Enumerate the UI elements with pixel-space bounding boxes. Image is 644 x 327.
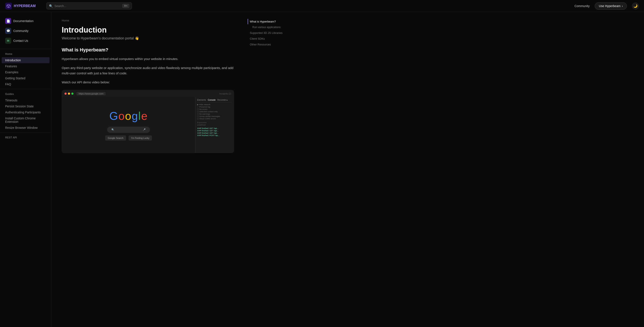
browser-bar: https://www.google.com Incognito (2) bbox=[62, 90, 234, 97]
search-bar[interactable]: 🔍 ⌘K bbox=[46, 2, 132, 10]
g-blue-2: g bbox=[132, 110, 138, 122]
sidebar-item-install-custom-chrome-extension[interactable]: Install Custom Chrome Extension bbox=[0, 115, 51, 125]
sidebar-documentation-label: Documentation bbox=[13, 19, 34, 23]
hyperbeam-logo-icon bbox=[5, 2, 12, 10]
devtools-line-1: ▶ Hide network bbox=[197, 104, 232, 106]
g-blue: G bbox=[109, 110, 118, 122]
devtools-tab-elements[interactable]: Elements bbox=[197, 99, 206, 101]
main-layout: 📄 Documentation 💬 Community ✉ Contact Us… bbox=[0, 12, 644, 327]
search-icon-small: 🔍 bbox=[112, 128, 114, 131]
g-red-2: e bbox=[141, 110, 148, 122]
sidebar-community-label: Community bbox=[13, 29, 28, 32]
toc-item-run-various-applications[interactable]: Run various applications: bbox=[248, 25, 288, 30]
devtools-line-9: undefined bbox=[197, 124, 232, 126]
sidebar-item-community[interactable]: 💬 Community bbox=[2, 26, 49, 36]
toc-item-client-sdks[interactable]: Client SDKs bbox=[248, 36, 288, 41]
incognito-label: Incognito (2) bbox=[219, 92, 231, 95]
devtools-tab-recorder[interactable]: Recorder ▸ bbox=[217, 99, 228, 101]
community-icon: 💬 bbox=[5, 28, 11, 34]
google-search-button[interactable]: Google Search bbox=[105, 136, 126, 140]
g-yellow: o bbox=[125, 110, 132, 122]
toc-item-other-resources[interactable]: Other Resources bbox=[248, 42, 288, 47]
documentation-icon: 📄 bbox=[5, 18, 11, 24]
sidebar-item-faq[interactable]: FAQ bbox=[0, 81, 51, 87]
g-red: o bbox=[118, 110, 125, 122]
video-content: Google 🔍 🎤 Google Search I'm Feeling Lu bbox=[62, 97, 234, 153]
use-hyperbeam-label: Use Hyperbeam bbox=[599, 4, 620, 8]
sidebar-item-documentation[interactable]: 📄 Documentation bbox=[2, 16, 49, 26]
devtools-line-8: Expression bbox=[197, 122, 232, 124]
mail-icon: ✉ bbox=[5, 38, 11, 44]
section-what-is-hyperbeam: What is Hyperbeam? bbox=[62, 47, 234, 53]
devtools-line-2: ✓ Preserve log bbox=[197, 106, 232, 108]
sidebar-item-timeouts[interactable]: Timeouts bbox=[0, 97, 51, 103]
g-green: l bbox=[138, 110, 141, 122]
sidebar-item-examples[interactable]: Examples bbox=[0, 69, 51, 75]
moon-icon: 🌙 bbox=[633, 4, 638, 8]
rest-api-section-label: REST API bbox=[0, 134, 51, 141]
devtools-tabs: Elements Console Recorder ▸ bbox=[197, 99, 232, 102]
browser-url: https://www.google.com bbox=[76, 92, 106, 95]
body-text-1: Hyperbeam allows you to embed virtual co… bbox=[62, 56, 234, 62]
devtools-line-5: ☐ No warnings bbox=[197, 113, 232, 115]
sidebar-item-resize-browser-window[interactable]: Resize Browser Window bbox=[0, 125, 51, 131]
search-shortcut: ⌘K bbox=[122, 4, 129, 8]
sidebar-contact-label: Contact Us bbox=[13, 39, 28, 42]
dark-mode-toggle[interactable]: 🌙 bbox=[632, 2, 639, 10]
devtools-line-7: ☐ Show CORS errors bbox=[197, 118, 232, 120]
guides-section-label: Guides bbox=[0, 91, 51, 97]
sidebar-divider-3 bbox=[0, 132, 51, 133]
search-input[interactable] bbox=[54, 4, 120, 8]
sidebar-item-introduction[interactable]: Introduction bbox=[2, 57, 50, 63]
left-sidebar: 📄 Documentation 💬 Community ✉ Contact Us… bbox=[0, 12, 52, 327]
devtools-xhr-1: XHR finished: GET /api... bbox=[197, 127, 232, 130]
devtools-xhr-3: XHR finished: GET /api... bbox=[197, 132, 232, 134]
google-buttons: Google Search I'm Feeling Lucky bbox=[105, 136, 152, 140]
sidebar-item-contact-us[interactable]: ✉ Contact Us bbox=[2, 36, 49, 46]
breadcrumb: Home bbox=[62, 19, 234, 22]
devtools-line-4: ☐ Selected context only bbox=[197, 110, 232, 113]
right-sidebar-toc: What is Hyperbeam? Run various applicati… bbox=[244, 12, 291, 327]
browser-dot-red bbox=[64, 92, 67, 95]
video-preview: https://www.google.com Incognito (2) Goo… bbox=[62, 90, 234, 153]
devtools-xhr-2: XHR finished: GET /api... bbox=[197, 130, 232, 132]
community-nav-link[interactable]: Community bbox=[574, 4, 590, 8]
google-search-input[interactable]: 🔍 🎤 bbox=[107, 127, 150, 133]
app-logo[interactable]: HYPERBEAM bbox=[5, 2, 40, 10]
sidebar-top-links: 📄 Documentation 💬 Community ✉ Contact Us bbox=[0, 16, 51, 46]
im-feeling-lucky-button[interactable]: I'm Feeling Lucky bbox=[128, 136, 152, 140]
use-hyperbeam-arrow: › bbox=[622, 4, 623, 8]
sidebar-divider-2 bbox=[0, 89, 51, 89]
top-navigation: HYPERBEAM 🔍 ⌘K Community Use Hyperbeam ›… bbox=[0, 0, 644, 12]
page-subtitle: Welcome to Hyperbeam's documentation por… bbox=[62, 36, 234, 40]
sidebar-item-getting-started[interactable]: Getting Started bbox=[0, 75, 51, 81]
toc-item-supported-3d-js-libraries[interactable]: Supported 3D JS Libraries bbox=[248, 30, 288, 36]
toc-item-what-is-hyperbeam[interactable]: What is Hyperbeam? bbox=[248, 19, 288, 24]
home-section-label: Home bbox=[0, 51, 51, 57]
google-search-bar: 🔍 🎤 bbox=[105, 127, 152, 133]
devtools-xhr-4: XHR finished: POST /ap... bbox=[197, 134, 232, 136]
google-logo-area: Google 🔍 🎤 Google Search I'm Feeling Lu bbox=[105, 110, 152, 140]
browser-dot-yellow bbox=[68, 92, 70, 95]
search-icon: 🔍 bbox=[49, 4, 53, 8]
browser-dot-green bbox=[71, 92, 74, 95]
main-content-area: Home Introduction Welcome to Hyperbeam's… bbox=[52, 12, 244, 327]
body-text-3: Watch our API demo video below: bbox=[62, 80, 234, 85]
body-text-2: Open any third-party website or applicat… bbox=[62, 65, 234, 76]
google-logo: Google bbox=[105, 110, 152, 122]
video-main-area: Google 🔍 🎤 Google Search I'm Feeling Lu bbox=[62, 97, 195, 153]
devtools-line-3: ☐ No errors bbox=[197, 108, 232, 110]
sidebar-item-authenticating-participants[interactable]: Authenticating Participants bbox=[0, 109, 51, 115]
mic-icon: 🎤 bbox=[143, 128, 146, 131]
sidebar-item-persist-session-state[interactable]: Persist Session State bbox=[0, 103, 51, 109]
page-title: Introduction bbox=[62, 26, 234, 34]
use-hyperbeam-button[interactable]: Use Hyperbeam › bbox=[595, 2, 627, 10]
devtools-tab-console[interactable]: Console bbox=[208, 99, 216, 101]
app-name: HYPERBEAM bbox=[14, 4, 36, 8]
topnav-right: Community Use Hyperbeam › 🌙 bbox=[574, 2, 639, 10]
devtools-panel: Elements Console Recorder ▸ ▶ Hide netwo… bbox=[195, 97, 234, 153]
devtools-line-6: ☐ Group similar messages bbox=[197, 115, 232, 118]
sidebar-divider-1 bbox=[0, 49, 51, 49]
sidebar-item-features[interactable]: Features bbox=[0, 63, 51, 69]
